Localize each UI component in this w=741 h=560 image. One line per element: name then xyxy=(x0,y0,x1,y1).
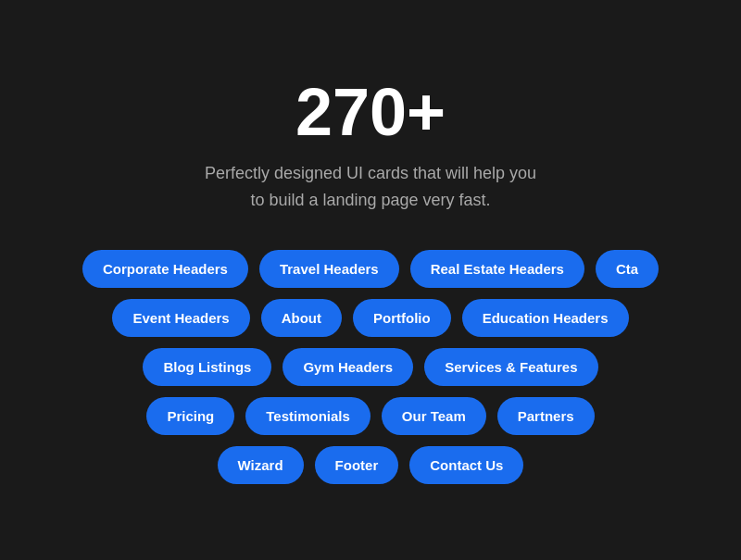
tag-corporate-headers[interactable]: Corporate Headers xyxy=(82,250,248,288)
tag-row-row5: WizardFooterContact Us xyxy=(218,446,524,484)
tag-footer[interactable]: Footer xyxy=(315,446,399,484)
subtitle: Perfectly designed UI cards that will he… xyxy=(205,160,536,214)
tags-container: Corporate HeadersTravel HeadersReal Esta… xyxy=(19,250,722,484)
tag-cta[interactable]: Cta xyxy=(596,250,659,288)
tag-our-team[interactable]: Our Team xyxy=(382,397,486,435)
tag-wizard[interactable]: Wizard xyxy=(218,446,304,484)
tag-row-row2: Event HeadersAboutPortfolioEducation Hea… xyxy=(112,299,628,337)
tag-education-headers[interactable]: Education Headers xyxy=(462,299,629,337)
tag-pricing[interactable]: Pricing xyxy=(146,397,234,435)
tag-testimonials[interactable]: Testimonials xyxy=(245,397,370,435)
tag-event-headers[interactable]: Event Headers xyxy=(112,299,249,337)
tag-blog-listings[interactable]: Blog Listings xyxy=(143,348,271,386)
tag-about[interactable]: About xyxy=(261,299,342,337)
main-container: 270+ Perfectly designed UI cards that wi… xyxy=(0,39,741,522)
tag-gym-headers[interactable]: Gym Headers xyxy=(283,348,413,386)
tag-row-row3: Blog ListingsGym HeadersServices & Featu… xyxy=(143,348,597,386)
counter-display: 270+ xyxy=(295,76,446,149)
tag-travel-headers[interactable]: Travel Headers xyxy=(259,250,399,288)
tag-services-features[interactable]: Services & Features xyxy=(424,348,597,386)
tag-portfolio[interactable]: Portfolio xyxy=(353,299,451,337)
tag-row-row1: Corporate HeadersTravel HeadersReal Esta… xyxy=(82,250,659,288)
subtitle-line1: Perfectly designed UI cards that will he… xyxy=(205,164,536,182)
tag-partners[interactable]: Partners xyxy=(497,397,595,435)
tag-contact-us[interactable]: Contact Us xyxy=(409,446,523,484)
subtitle-line2: to build a landing page very fast. xyxy=(250,191,490,209)
tag-real-estate-headers[interactable]: Real Estate Headers xyxy=(410,250,584,288)
tag-row-row4: PricingTestimonialsOur TeamPartners xyxy=(146,397,594,435)
